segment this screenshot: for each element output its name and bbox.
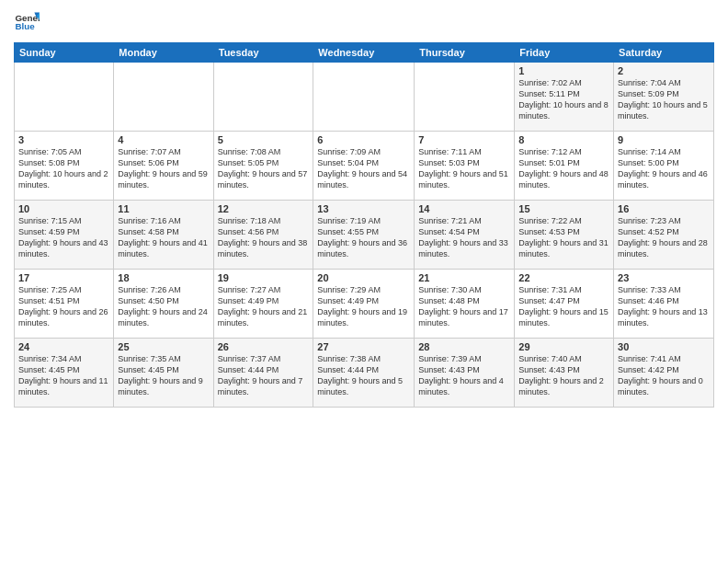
day-info: Sunrise: 7:04 AM Sunset: 5:09 PM Dayligh… [618,77,710,122]
day-info: Sunrise: 7:15 AM Sunset: 4:59 PM Dayligh… [18,215,109,260]
day-info: Sunrise: 7:34 AM Sunset: 4:45 PM Dayligh… [18,353,109,398]
calendar-cell: 27Sunrise: 7:38 AM Sunset: 4:44 PM Dayli… [313,339,415,408]
day-info: Sunrise: 7:27 AM Sunset: 4:49 PM Dayligh… [218,284,310,329]
day-number: 13 [317,203,410,214]
calendar-cell: 26Sunrise: 7:37 AM Sunset: 4:44 PM Dayli… [213,339,313,408]
calendar-cell: 30Sunrise: 7:41 AM Sunset: 4:42 PM Dayli… [614,339,714,408]
day-info: Sunrise: 7:31 AM Sunset: 4:47 PM Dayligh… [518,284,609,329]
day-number: 12 [218,203,310,214]
calendar-cell: 22Sunrise: 7:31 AM Sunset: 4:47 PM Dayli… [515,270,614,339]
calendar-cell: 24Sunrise: 7:34 AM Sunset: 4:45 PM Dayli… [15,339,114,408]
calendar-cell: 25Sunrise: 7:35 AM Sunset: 4:45 PM Dayli… [114,339,213,408]
day-info: Sunrise: 7:14 AM Sunset: 5:00 PM Dayligh… [618,146,710,191]
calendar-cell: 7Sunrise: 7:11 AM Sunset: 5:03 PM Daylig… [415,132,515,201]
calendar-cell: 11Sunrise: 7:16 AM Sunset: 4:58 PM Dayli… [114,201,213,270]
day-info: Sunrise: 7:16 AM Sunset: 4:58 PM Dayligh… [118,215,209,260]
calendar-cell: 16Sunrise: 7:23 AM Sunset: 4:52 PM Dayli… [614,201,714,270]
calendar-cell [213,63,313,132]
calendar-header-row: SundayMondayTuesdayWednesdayThursdayFrid… [15,43,714,63]
day-number: 18 [118,272,209,283]
day-info: Sunrise: 7:38 AM Sunset: 4:44 PM Dayligh… [317,353,410,398]
calendar-cell: 2Sunrise: 7:04 AM Sunset: 5:09 PM Daylig… [614,63,714,132]
day-info: Sunrise: 7:18 AM Sunset: 4:56 PM Dayligh… [218,215,310,260]
day-info: Sunrise: 7:07 AM Sunset: 5:06 PM Dayligh… [118,146,209,191]
day-info: Sunrise: 7:26 AM Sunset: 4:50 PM Dayligh… [118,284,209,329]
day-info: Sunrise: 7:25 AM Sunset: 4:51 PM Dayligh… [18,284,109,329]
calendar-row: 24Sunrise: 7:34 AM Sunset: 4:45 PM Dayli… [15,339,714,408]
calendar-row: 3Sunrise: 7:05 AM Sunset: 5:08 PM Daylig… [15,132,714,201]
weekday-header: Thursday [415,43,515,63]
calendar-cell: 29Sunrise: 7:40 AM Sunset: 4:43 PM Dayli… [515,339,614,408]
day-info: Sunrise: 7:37 AM Sunset: 4:44 PM Dayligh… [218,353,310,398]
page-header: General Blue [14,9,714,35]
day-number: 11 [118,203,209,214]
day-info: Sunrise: 7:29 AM Sunset: 4:49 PM Dayligh… [317,284,410,329]
day-number: 21 [418,272,510,283]
calendar-cell: 19Sunrise: 7:27 AM Sunset: 4:49 PM Dayli… [213,270,313,339]
calendar-cell: 17Sunrise: 7:25 AM Sunset: 4:51 PM Dayli… [15,270,114,339]
weekday-header: Friday [515,43,614,63]
weekday-header: Monday [114,43,213,63]
day-number: 15 [518,203,609,214]
day-number: 24 [18,341,109,352]
day-number: 1 [518,65,609,76]
day-number: 25 [118,341,209,352]
day-info: Sunrise: 7:40 AM Sunset: 4:43 PM Dayligh… [518,353,609,398]
day-info: Sunrise: 7:35 AM Sunset: 4:45 PM Dayligh… [118,353,209,398]
day-number: 23 [618,272,710,283]
calendar-cell: 4Sunrise: 7:07 AM Sunset: 5:06 PM Daylig… [114,132,213,201]
calendar-cell: 1Sunrise: 7:02 AM Sunset: 5:11 PM Daylig… [515,63,614,132]
day-number: 14 [418,203,510,214]
weekday-header: Tuesday [213,43,313,63]
weekday-header: Wednesday [313,43,415,63]
calendar-cell: 9Sunrise: 7:14 AM Sunset: 5:00 PM Daylig… [614,132,714,201]
day-info: Sunrise: 7:33 AM Sunset: 4:46 PM Dayligh… [618,284,710,329]
calendar-cell: 13Sunrise: 7:19 AM Sunset: 4:55 PM Dayli… [313,201,415,270]
logo-icon: General Blue [14,9,40,35]
calendar-cell [415,63,515,132]
calendar-cell: 28Sunrise: 7:39 AM Sunset: 4:43 PM Dayli… [415,339,515,408]
day-number: 30 [618,341,710,352]
day-number: 8 [518,134,609,145]
calendar-table: SundayMondayTuesdayWednesdayThursdayFrid… [14,42,714,408]
weekday-header: Sunday [15,43,114,63]
calendar-row: 10Sunrise: 7:15 AM Sunset: 4:59 PM Dayli… [15,201,714,270]
day-info: Sunrise: 7:19 AM Sunset: 4:55 PM Dayligh… [317,215,410,260]
calendar-cell: 3Sunrise: 7:05 AM Sunset: 5:08 PM Daylig… [15,132,114,201]
day-info: Sunrise: 7:30 AM Sunset: 4:48 PM Dayligh… [418,284,510,329]
calendar-cell: 21Sunrise: 7:30 AM Sunset: 4:48 PM Dayli… [415,270,515,339]
day-info: Sunrise: 7:41 AM Sunset: 4:42 PM Dayligh… [618,353,710,398]
calendar-row: 17Sunrise: 7:25 AM Sunset: 4:51 PM Dayli… [15,270,714,339]
calendar-cell [313,63,415,132]
day-number: 7 [418,134,510,145]
calendar-cell: 8Sunrise: 7:12 AM Sunset: 5:01 PM Daylig… [515,132,614,201]
day-number: 27 [317,341,410,352]
day-number: 20 [317,272,410,283]
day-info: Sunrise: 7:12 AM Sunset: 5:01 PM Dayligh… [518,146,609,191]
day-number: 6 [317,134,410,145]
day-number: 16 [618,203,710,214]
calendar-cell: 18Sunrise: 7:26 AM Sunset: 4:50 PM Dayli… [114,270,213,339]
day-number: 29 [518,341,609,352]
weekday-header: Saturday [614,43,714,63]
day-info: Sunrise: 7:08 AM Sunset: 5:05 PM Dayligh… [218,146,310,191]
day-number: 2 [618,65,710,76]
day-number: 17 [18,272,109,283]
day-info: Sunrise: 7:21 AM Sunset: 4:54 PM Dayligh… [418,215,510,260]
calendar-cell [114,63,213,132]
day-info: Sunrise: 7:11 AM Sunset: 5:03 PM Dayligh… [418,146,510,191]
day-info: Sunrise: 7:05 AM Sunset: 5:08 PM Dayligh… [18,146,109,191]
calendar-cell: 20Sunrise: 7:29 AM Sunset: 4:49 PM Dayli… [313,270,415,339]
calendar-cell: 12Sunrise: 7:18 AM Sunset: 4:56 PM Dayli… [213,201,313,270]
svg-text:Blue: Blue [15,21,35,31]
day-info: Sunrise: 7:39 AM Sunset: 4:43 PM Dayligh… [418,353,510,398]
day-number: 28 [418,341,510,352]
day-number: 10 [18,203,109,214]
day-number: 26 [218,341,310,352]
day-number: 5 [218,134,310,145]
day-info: Sunrise: 7:09 AM Sunset: 5:04 PM Dayligh… [317,146,410,191]
calendar-cell: 15Sunrise: 7:22 AM Sunset: 4:53 PM Dayli… [515,201,614,270]
calendar-row: 1Sunrise: 7:02 AM Sunset: 5:11 PM Daylig… [15,63,714,132]
calendar-cell: 14Sunrise: 7:21 AM Sunset: 4:54 PM Dayli… [415,201,515,270]
day-info: Sunrise: 7:23 AM Sunset: 4:52 PM Dayligh… [618,215,710,260]
